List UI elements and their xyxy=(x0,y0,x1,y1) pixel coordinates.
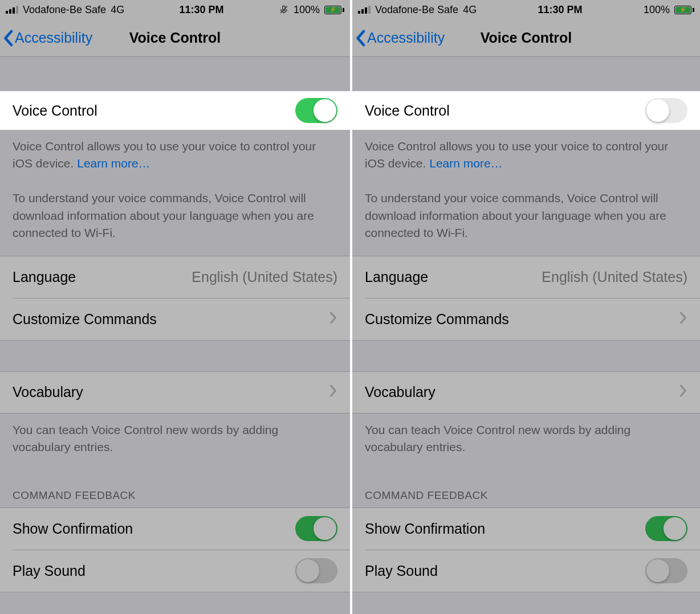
nav-bar: Accessibility Voice Control xyxy=(352,19,700,57)
carrier-label: Vodafone-Be Safe xyxy=(375,4,458,16)
back-label: Accessibility xyxy=(367,30,445,46)
play-sound-row[interactable]: Play Sound xyxy=(352,550,700,592)
chevron-right-icon xyxy=(679,311,687,328)
language-row[interactable]: Language English (United States) xyxy=(352,256,700,298)
show-confirmation-toggle[interactable] xyxy=(295,516,337,541)
show-confirmation-toggle[interactable] xyxy=(645,516,687,541)
play-sound-toggle[interactable] xyxy=(645,558,687,583)
voice-control-label: Voice Control xyxy=(365,103,450,119)
back-button[interactable]: Accessibility xyxy=(352,30,445,47)
play-sound-row[interactable]: Play Sound xyxy=(0,550,350,592)
voice-control-toggle[interactable] xyxy=(295,98,337,123)
voice-control-mic-icon xyxy=(279,5,289,15)
vocabulary-label: Vocabulary xyxy=(13,384,83,400)
network-label: 4G xyxy=(463,4,477,16)
vocabulary-row[interactable]: Vocabulary xyxy=(0,371,350,414)
voice-control-description: Voice Control allows you to use your voi… xyxy=(352,130,700,256)
carrier-label: Vodafone-Be Safe xyxy=(23,4,106,16)
signal-icon xyxy=(358,6,371,14)
chevron-right-icon xyxy=(329,311,337,328)
back-button[interactable]: Accessibility xyxy=(0,30,92,47)
learn-more-link[interactable]: Learn more… xyxy=(77,157,150,170)
play-sound-label: Play Sound xyxy=(13,563,86,579)
learn-more-link[interactable]: Learn more… xyxy=(429,157,502,170)
command-feedback-header: COMMAND FEEDBACK xyxy=(352,470,700,507)
status-bar: Vodafone-Be Safe 4G 11:30 PM 100% ⚡ xyxy=(0,0,350,19)
show-confirmation-row[interactable]: Show Confirmation xyxy=(0,507,350,550)
battery-pct-label: 100% xyxy=(294,4,320,16)
back-label: Accessibility xyxy=(15,30,92,46)
language-value: English (United States) xyxy=(192,269,337,285)
show-confirmation-label: Show Confirmation xyxy=(13,521,133,537)
voice-control-description: Voice Control allows you to use your voi… xyxy=(0,130,350,256)
language-row[interactable]: Language English (United States) xyxy=(0,256,350,298)
voice-control-toggle[interactable] xyxy=(645,98,687,123)
voice-control-row[interactable]: Voice Control xyxy=(352,91,700,130)
vocabulary-footer: You can teach Voice Control new words by… xyxy=(0,414,350,470)
battery-pct-label: 100% xyxy=(644,4,670,16)
signal-icon xyxy=(6,6,18,14)
status-bar: Vodafone-Be Safe 4G 11:30 PM 100% ⚡ xyxy=(352,0,700,19)
nav-bar: Accessibility Voice Control xyxy=(0,19,350,57)
customize-commands-row[interactable]: Customize Commands xyxy=(0,298,350,341)
chevron-left-icon xyxy=(355,30,366,47)
vocabulary-row[interactable]: Vocabulary xyxy=(352,371,700,414)
command-feedback-header: COMMAND FEEDBACK xyxy=(0,470,350,507)
network-label: 4G xyxy=(111,4,124,16)
chevron-right-icon xyxy=(679,384,687,400)
voice-control-row[interactable]: Voice Control xyxy=(0,91,350,130)
chevron-left-icon xyxy=(2,30,14,47)
clock-label: 11:30 PM xyxy=(538,4,583,16)
screenshot-left: Vodafone-Be Safe 4G 11:30 PM 100% ⚡ Acce… xyxy=(0,0,350,614)
customize-commands-row[interactable]: Customize Commands xyxy=(352,298,700,341)
customize-commands-label: Customize Commands xyxy=(13,311,157,328)
chevron-right-icon xyxy=(329,384,337,400)
vocabulary-footer: You can teach Voice Control new words by… xyxy=(352,414,700,470)
play-sound-toggle[interactable] xyxy=(295,558,337,583)
clock-label: 11:30 PM xyxy=(180,4,224,16)
battery-icon: ⚡ xyxy=(324,6,344,14)
screenshot-right: Vodafone-Be Safe 4G 11:30 PM 100% ⚡ Acce… xyxy=(350,0,700,614)
battery-icon: ⚡ xyxy=(674,6,694,14)
show-confirmation-row[interactable]: Show Confirmation xyxy=(352,507,700,550)
voice-control-label: Voice Control xyxy=(13,103,97,119)
language-label: Language xyxy=(13,269,76,285)
